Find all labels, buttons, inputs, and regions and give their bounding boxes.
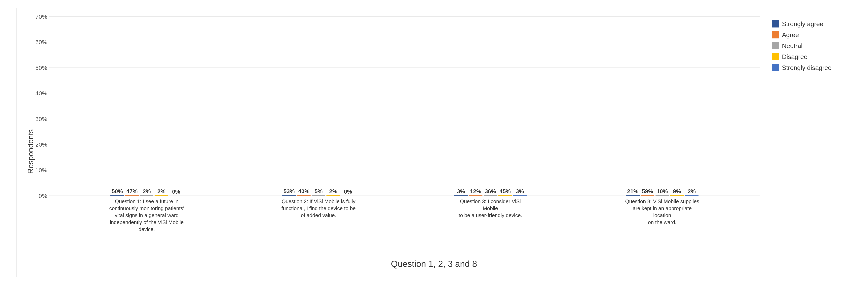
bar-wrapper-q2-neutral: 5% — [312, 188, 325, 196]
question-group-q3: 3%12%36%45%3% — [454, 188, 527, 196]
bar-wrapper-q8-neutral: 10% — [655, 188, 669, 196]
bar-percent-label: 53% — [283, 188, 294, 195]
legend-item-disagree: Disagree — [772, 53, 844, 61]
legend-swatch-disagree — [772, 53, 779, 60]
legend-label-neutral: Neutral — [782, 42, 803, 50]
bar-percent-label: 2% — [157, 188, 165, 195]
bar-percent-label: 45% — [500, 188, 511, 195]
bar-wrapper-q1-disagree: 2% — [155, 188, 168, 196]
bar-wrapper-q2-strongly_agree: 53% — [282, 188, 296, 196]
bar-percent-label: 2% — [143, 188, 151, 195]
bar-percent-label: 10% — [657, 188, 668, 195]
legend-item-strongly_agree: Strongly agree — [772, 20, 844, 28]
bar-percent-label: 40% — [298, 188, 309, 195]
legend-label-strongly_disagree: Strongly disagree — [782, 64, 832, 72]
bar-wrapper-q8-agree: 59% — [641, 188, 654, 196]
bar-percent-label: 2% — [687, 188, 695, 195]
x-label-q3: Question 3: I consider ViSi Mobileto be … — [453, 198, 528, 219]
x-label-q8: Question 8: ViSi Mobile suppliesare kept… — [624, 198, 700, 226]
question-group-q2: 53%40%5%2%0% — [282, 188, 355, 196]
legend-label-agree: Agree — [782, 31, 799, 39]
legend-item-strongly_disagree: Strongly disagree — [772, 64, 844, 72]
legend-swatch-strongly_agree — [772, 20, 779, 27]
bar-wrapper-q8-disagree: 9% — [670, 188, 684, 196]
bar-percent-label: 50% — [112, 188, 123, 195]
chart-inner: 70%60%50%40%30%20%10%0%50%47%2%2%0%53%40… — [35, 16, 760, 231]
x-label-q1: Question 1: I see a future incontinuousl… — [109, 198, 184, 233]
bar-percent-label: 5% — [314, 188, 322, 195]
bar-wrapper-q3-strongly_disagree: 3% — [513, 188, 527, 196]
legend-label-strongly_agree: Strongly agree — [782, 20, 824, 28]
question-group-q8: 21%59%10%9%2% — [626, 188, 699, 196]
bar-percent-label: 0% — [172, 189, 180, 195]
bar-percent-label: 9% — [673, 188, 681, 195]
x-label-q2: Question 2: If ViSi Mobile is fullyfunct… — [281, 198, 356, 219]
legend-swatch-agree — [772, 31, 779, 38]
legend: Strongly agreeAgreeNeutralDisagreeStrong… — [760, 16, 844, 257]
bar-wrapper-q1-strongly_agree: 50% — [111, 188, 124, 196]
legend-item-agree: Agree — [772, 31, 844, 39]
bar-percent-label: 3% — [516, 188, 524, 195]
bar-wrapper-q3-agree: 12% — [469, 188, 483, 196]
bar-wrapper-q3-strongly_agree: 3% — [454, 188, 468, 196]
chart-title: Question 1, 2, 3 and 8 — [25, 259, 844, 273]
bar-percent-label: 59% — [642, 188, 653, 195]
bar-wrapper-q1-neutral: 2% — [140, 188, 153, 196]
bar-percent-label: 3% — [457, 188, 465, 195]
bar-percent-label: 47% — [126, 188, 137, 195]
bar-wrapper-q3-neutral: 36% — [484, 188, 497, 196]
legend-label-disagree: Disagree — [782, 53, 808, 61]
bar-wrapper-q2-strongly_disagree: 0% — [341, 189, 355, 196]
bar-percent-label: 12% — [470, 188, 481, 195]
bar-wrapper-q1-strongly_disagree: 0% — [169, 189, 183, 196]
bar-wrapper-q3-disagree: 45% — [498, 188, 512, 196]
bar-percent-label: 0% — [344, 189, 352, 195]
question-group-q1: 50%47%2%2%0% — [111, 188, 183, 196]
bar-percent-label: 36% — [485, 188, 496, 195]
y-axis-label: Respondents — [25, 16, 35, 257]
bar-wrapper-q2-agree: 40% — [297, 188, 311, 196]
chart-area: Respondents 70%60%50%40%30%20%10%0%50%47… — [25, 16, 844, 257]
bar-percent-label: 2% — [329, 188, 337, 195]
bar-wrapper-q2-disagree: 2% — [327, 188, 340, 196]
legend-swatch-neutral — [772, 42, 779, 49]
chart-container: Respondents 70%60%50%40%30%20%10%0%50%47… — [16, 8, 852, 277]
bar-wrapper-q8-strongly_agree: 21% — [626, 188, 640, 196]
bar-wrapper-q8-strongly_disagree: 2% — [685, 188, 699, 196]
legend-swatch-strongly_disagree — [772, 64, 779, 71]
bar-percent-label: 21% — [627, 188, 639, 195]
legend-item-neutral: Neutral — [772, 42, 844, 50]
bar-wrapper-q1-agree: 47% — [125, 188, 139, 196]
